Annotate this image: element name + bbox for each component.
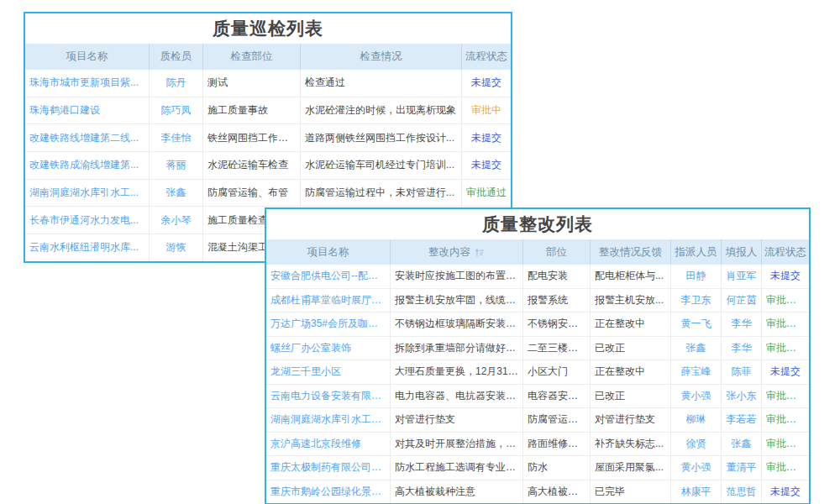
cell-assignee-link: 黄小强 [671, 385, 722, 408]
cell-reporter-link: 李华 [722, 312, 762, 336]
project-link[interactable]: 重庆太极制药有限公司亳州中... [270, 460, 386, 475]
reporter-link[interactable]: 张小东 [727, 389, 757, 403]
cell-reporter-link: 张鑫 [722, 433, 762, 456]
cell-feedback: 正在整改中 [591, 360, 671, 384]
reporter-link[interactable]: 李若若 [727, 412, 757, 427]
check-situation: 检查通过 [305, 76, 345, 90]
project-link[interactable]: 万达广场35#会所及咖啡厅空... [270, 317, 386, 331]
rectify-content: 报警主机安放牢固，线缆连接... [395, 293, 518, 307]
table-row: 成都杜甫草堂临时展厅独立展...报警主机安放牢固，线缆连接...报警系统报警主机… [266, 289, 809, 313]
assignee-link[interactable]: 黄小强 [681, 389, 711, 403]
rectification-column-content[interactable]: 整改内容 [391, 239, 523, 265]
cell-part: 小区大门 [523, 360, 591, 384]
inspector-link[interactable]: 游恢 [166, 240, 186, 255]
project-link[interactable]: 湖南洞庭湖水库引水工... [29, 186, 139, 200]
assignee-link[interactable]: 李卫东 [681, 293, 711, 307]
project-link[interactable]: 龙湖三千里小区 [270, 365, 341, 379]
cell-inspector-link: 蒋丽 [150, 152, 203, 179]
cell-part: 高大植被栽种 [523, 480, 591, 504]
process-status: 审批中 [471, 103, 501, 118]
cell-check-situation: 防腐管运输过程中，未对管进行... [301, 180, 462, 207]
inspector-link[interactable]: 蒋丽 [166, 158, 186, 172]
assignee-link[interactable]: 张鑫 [686, 341, 706, 355]
table-row: 改建铁路线增建第二线...李佳怡铁丝网围挡工作检查道路两侧铁丝网围挡工作按设计.… [25, 124, 511, 152]
project-link[interactable]: 重庆市鹅岭公园绿化景观提升... [270, 485, 386, 499]
table-row: 螺丝厂办公室装饰拆除到承重墙部分请做好加固...二至三楼混...已改正张鑫李华审… [266, 337, 809, 361]
rectify-content: 不锈钢边框玻璃隔断安装不牢... [395, 317, 518, 331]
inspector-link[interactable]: 陈巧凤 [161, 103, 192, 118]
feedback: 已改正 [595, 389, 625, 403]
project-link[interactable]: 成都杜甫草堂临时展厅独立展... [270, 293, 386, 307]
cell-assignee-link: 林康平 [671, 480, 722, 504]
assignee-link[interactable]: 黄一飞 [681, 317, 711, 331]
cell-feedback: 已改正 [591, 385, 671, 408]
project-link[interactable]: 长春市伊通河水力发电... [29, 213, 139, 228]
cell-project-link: 安徽合肥供电公司--配电设备... [266, 265, 391, 288]
inspector-link[interactable]: 余小琴 [161, 213, 192, 228]
cell-assignee-link: 柳琳 [671, 408, 722, 432]
cell-project-link: 重庆市鹅岭公园绿化景观提升... [266, 480, 391, 504]
inspector-link[interactable]: 李佳怡 [161, 131, 192, 145]
cell-rectify-content: 电力电容器、电抗器安装方案,... [391, 385, 523, 408]
sort-icon[interactable] [474, 247, 485, 258]
cell-project-link: 成都杜甫草堂临时展厅独立展... [266, 289, 391, 312]
assignee-link[interactable]: 柳琳 [686, 412, 706, 427]
assignee-link[interactable]: 林康平 [681, 485, 711, 499]
project-link[interactable]: 螺丝厂办公室装饰 [270, 341, 351, 355]
cell-part: 路面维修检... [523, 433, 591, 456]
cell-process-status: 未提交 [462, 70, 511, 97]
cell-process-status: 审批通过 [762, 456, 809, 480]
project-link[interactable]: 安徽合肥供电公司--配电设备... [270, 269, 386, 283]
cell-reporter-link: 董清平 [722, 456, 762, 480]
rectification-column-assignee: 指派人员 [671, 239, 722, 265]
reporter-link[interactable]: 范思哲 [727, 485, 757, 499]
project-link[interactable]: 湖南洞庭湖水库引水工程施工标 [270, 412, 386, 427]
project-link[interactable]: 改建铁路线增建第二线... [29, 131, 139, 145]
rectification-table-header: 项目名称 整改内容 部位 整改情况反馈 指派人员 填报人 流程状态 [266, 239, 809, 265]
cell-assignee-link: 张鑫 [671, 337, 722, 360]
project-link[interactable]: 京沪高速北京段维修 [270, 437, 361, 451]
project-link[interactable]: 珠海鹤港口建设 [29, 103, 100, 118]
check-part: 防腐管运输、布管 [207, 186, 288, 200]
table-row: 珠海鹤港口建设陈巧凤施工质量事故水泥砼灌注的时候，出现离析现象审批中 [25, 97, 511, 125]
rectify-content: 大理石质量更换，12月31日之... [395, 365, 518, 379]
cell-check-part: 铁丝网围挡工作检查 [203, 124, 301, 151]
assignee-link[interactable]: 徐贤 [686, 437, 706, 451]
cell-part: 防水 [523, 456, 591, 480]
project-link[interactable]: 云南水利枢纽潜明水库... [29, 240, 139, 255]
cell-check-part: 防腐管运输、布管 [203, 180, 301, 207]
cell-rectify-content: 安装时应按施工图的布置，将... [391, 265, 523, 288]
reporter-link[interactable]: 张鑫 [732, 437, 752, 451]
assignee-link[interactable]: 黄小强 [681, 460, 711, 475]
inspector-link[interactable]: 陈丹 [166, 76, 186, 90]
cell-reporter-link: 陈菲 [722, 360, 762, 384]
reporter-link[interactable]: 董清平 [727, 460, 757, 475]
inspection-column-project-name: 项目名称 [25, 44, 150, 70]
table-row: 龙湖三千里小区大理石质量更换，12月31日之...小区大门正在整改中薛宝峰陈菲未… [266, 360, 809, 385]
rectification-column-reporter: 填报人 [722, 239, 762, 265]
cell-rectify-content: 防水工程施工选调有专业资质... [391, 456, 523, 480]
assignee-link[interactable]: 田静 [686, 269, 706, 283]
rectification-table: 质量整改列表 项目名称 整改内容 部位 整改情况反馈 指派人员 填报人 流程状态… [265, 207, 811, 504]
project-link[interactable]: 改建铁路成渝线增建第... [29, 158, 139, 172]
reporter-link[interactable]: 肖亚军 [727, 269, 757, 283]
cell-reporter-link: 范思哲 [722, 480, 762, 504]
cell-project-link: 湖南洞庭湖水库引水工... [25, 180, 150, 207]
cell-process-status: 审批通过 [762, 408, 809, 432]
cell-feedback: 屋面采用聚氯... [591, 456, 671, 480]
reporter-link[interactable]: 陈菲 [732, 365, 752, 379]
reporter-link[interactable]: 何芷茵 [727, 293, 757, 307]
part: 高大植被栽种 [528, 485, 585, 499]
rectify-content: 拆除到承重墙部分请做好加固... [395, 341, 518, 355]
feedback: 报警主机安放... [595, 293, 664, 307]
cell-assignee-link: 田静 [671, 265, 722, 288]
process-status: 未提交 [471, 131, 501, 145]
reporter-link[interactable]: 李华 [732, 341, 752, 355]
check-situation: 水泥砼运输车司机经过专门培训... [305, 158, 454, 172]
assignee-link[interactable]: 薛宝峰 [681, 365, 711, 379]
cell-part: 防腐管运输... [523, 408, 591, 432]
project-link[interactable]: 珠海市城市更新项目紫... [29, 76, 139, 90]
reporter-link[interactable]: 李华 [732, 317, 752, 331]
inspector-link[interactable]: 张鑫 [166, 186, 186, 200]
project-link[interactable]: 云南电力设备安装有限公司20... [270, 389, 386, 403]
